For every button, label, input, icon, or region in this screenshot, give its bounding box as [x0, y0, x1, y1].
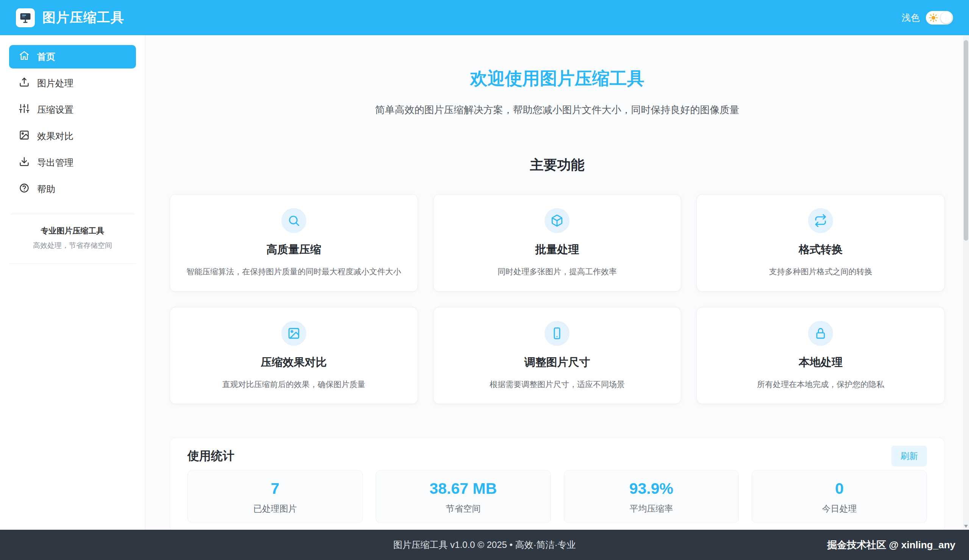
stat-card-avg-ratio: 93.9% 平均压缩率 — [564, 470, 739, 523]
search-icon — [281, 208, 306, 233]
welcome-title: 欢迎使用图片压缩工具 — [170, 67, 945, 90]
header-right: 浅色 — [902, 11, 953, 25]
monitor-icon — [16, 8, 35, 27]
feature-desc: 直观对比压缩前后的效果，确保图片质量 — [183, 378, 405, 391]
stat-card-processed: 7 已处理图片 — [187, 470, 363, 523]
feature-desc: 所有处理在本地完成，保护您的隐私 — [709, 378, 932, 391]
feature-title: 高质量压缩 — [183, 242, 405, 257]
sidebar-item-label: 效果对比 — [37, 130, 73, 142]
theme-label: 浅色 — [902, 12, 920, 24]
footer: 图片压缩工具 v1.0.0 © 2025 • 高效·简洁·专业 掘金技术社区 @… — [0, 530, 969, 560]
sidebar-item-compression-settings[interactable]: 压缩设置 — [9, 98, 136, 121]
feature-title: 压缩效果对比 — [183, 355, 405, 370]
sidebar-item-label: 导出管理 — [37, 157, 73, 169]
download-icon — [19, 156, 30, 169]
stats-header: 使用统计 刷新 — [187, 447, 927, 465]
feature-card-format-convert: 格式转换 支持多种图片格式之间的转换 — [696, 194, 945, 292]
box-icon — [544, 208, 569, 233]
phone-icon — [544, 321, 569, 346]
refresh-button[interactable]: 刷新 — [891, 446, 927, 467]
feature-card-resize: 调整图片尺寸 根据需要调整图片尺寸，适应不同场景 — [433, 307, 682, 404]
features-grid: 高质量压缩 智能压缩算法，在保持图片质量的同时最大程度减小文件大小 批量处理 同… — [170, 194, 945, 404]
feature-card-batch: 批量处理 同时处理多张图片，提高工作效率 — [433, 194, 682, 292]
feature-desc: 同时处理多张图片，提高工作效率 — [446, 266, 668, 278]
convert-icon — [808, 208, 833, 233]
footer-text: 图片压缩工具 v1.0.0 © 2025 • 高效·简洁·专业 — [393, 539, 576, 551]
feature-card-local: 本地处理 所有处理在本地完成，保护您的隐私 — [696, 307, 945, 404]
help-icon — [19, 183, 30, 196]
stats-panel: 使用统计 刷新 7 已处理图片 38.67 MB 节省空间 93.9% 平均压缩… — [170, 437, 945, 530]
welcome-subtitle: 简单高效的图片压缩解决方案，帮助您减小图片文件大小，同时保持良好的图像质量 — [170, 103, 945, 116]
feature-card-compare: 压缩效果对比 直观对比压缩前后的效果，确保图片质量 — [170, 307, 418, 404]
feature-desc: 根据需要调整图片尺寸，适应不同场景 — [446, 378, 668, 391]
feature-desc: 支持多种图片格式之间的转换 — [709, 266, 932, 278]
sidebar-item-label: 首页 — [37, 51, 55, 63]
features-title: 主要功能 — [170, 156, 945, 174]
stat-label: 节省空间 — [380, 503, 547, 515]
lock-icon — [808, 321, 833, 346]
scroll-down-arrow-icon[interactable] — [964, 525, 968, 528]
sidebar-divider — [11, 214, 135, 214]
feature-title: 格式转换 — [709, 242, 932, 257]
sidebar-item-home[interactable]: 首页 — [9, 45, 136, 68]
sidebar-item-help[interactable]: 帮助 — [9, 178, 136, 201]
sidebar-item-label: 压缩设置 — [37, 104, 73, 116]
stats-grid: 7 已处理图片 38.67 MB 节省空间 93.9% 平均压缩率 0 今日处理 — [187, 470, 927, 523]
feature-card-high-quality: 高质量压缩 智能压缩算法，在保持图片质量的同时最大程度减小文件大小 — [170, 194, 418, 292]
feature-desc: 智能压缩算法，在保持图片质量的同时最大程度减小文件大小 — [183, 266, 405, 278]
stat-label: 今日处理 — [756, 503, 923, 515]
stat-value: 38.67 MB — [380, 480, 547, 498]
footer-credit: 掘金技术社区 @ xinling_any — [827, 538, 956, 552]
stat-label: 已处理图片 — [191, 503, 359, 515]
theme-toggle[interactable] — [926, 11, 953, 25]
scrollbar-track[interactable] — [963, 35, 969, 530]
stat-value: 93.9% — [568, 480, 735, 498]
sidebar-item-export-manage[interactable]: 导出管理 — [9, 151, 136, 174]
stats-title: 使用统计 — [187, 448, 235, 464]
header: 图片压缩工具 浅色 — [0, 0, 969, 35]
sidebar-info: 专业图片压缩工具 高效处理，节省存储空间 — [9, 226, 136, 264]
upload-icon — [19, 77, 30, 90]
sliders-icon — [19, 103, 30, 116]
stat-label: 平均压缩率 — [568, 503, 735, 515]
sidebar-item-image-processing[interactable]: 图片处理 — [9, 71, 136, 95]
sidebar-nav: 首页 图片处理 压缩设置 — [9, 45, 136, 201]
feature-title: 调整图片尺寸 — [446, 355, 668, 370]
stat-value: 7 — [191, 480, 359, 498]
sidebar: 首页 图片处理 压缩设置 — [0, 35, 145, 530]
sidebar-item-label: 帮助 — [37, 183, 55, 195]
sidebar-info-subtitle: 高效处理，节省存储空间 — [12, 241, 133, 251]
image-compare-icon — [19, 130, 30, 143]
app-title: 图片压缩工具 — [42, 9, 124, 27]
stat-value: 0 — [756, 480, 923, 498]
app-window: 图片压缩工具 浅色 首页 — [0, 0, 969, 560]
feature-title: 批量处理 — [446, 242, 668, 257]
brand: 图片压缩工具 — [16, 8, 124, 27]
body-row: 首页 图片处理 压缩设置 — [0, 35, 969, 530]
main-content: 欢迎使用图片压缩工具 简单高效的图片压缩解决方案，帮助您减小图片文件大小，同时保… — [145, 35, 969, 530]
toggle-knob — [941, 12, 952, 23]
sidebar-info-title: 专业图片压缩工具 — [12, 226, 133, 236]
image-icon — [281, 321, 306, 346]
home-icon — [19, 50, 30, 63]
feature-title: 本地处理 — [709, 355, 932, 370]
scrollbar-thumb[interactable] — [964, 40, 968, 241]
stat-card-today: 0 今日处理 — [752, 470, 927, 523]
stat-card-saved-space: 38.67 MB 节省空间 — [376, 470, 551, 523]
sidebar-item-effect-compare[interactable]: 效果对比 — [9, 125, 136, 148]
sidebar-item-label: 图片处理 — [37, 77, 73, 89]
sun-icon — [929, 13, 938, 23]
